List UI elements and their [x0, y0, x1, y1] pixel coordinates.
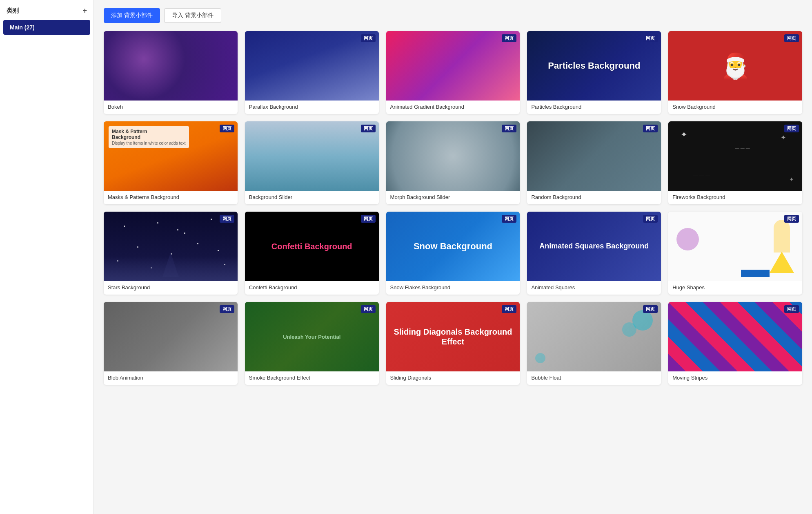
widget-card-blob[interactable]: 网页 Blob Animation — [104, 302, 238, 385]
web-badge: 网页 — [220, 125, 234, 132]
web-badge: 网页 — [220, 305, 234, 313]
widget-label-confetti: Confetti Background — [245, 281, 379, 295]
web-badge: 网页 — [502, 215, 516, 223]
widget-card-bg-slider[interactable]: 网页 Background Slider — [245, 121, 379, 204]
widget-card-smoke[interactable]: Unleash Your Potential 网页 Smoke Backgrou… — [245, 302, 379, 385]
web-badge: 网页 — [784, 125, 799, 132]
web-badge: 网页 — [643, 215, 658, 223]
widget-card-moving-stripes[interactable]: 网页 Moving Stripes — [668, 302, 802, 385]
widget-label-bubble-float: Bubble Float — [527, 371, 661, 385]
widget-label-parallax: Parallax Background — [245, 101, 379, 114]
widget-label-huge-shapes: Huge Shapes — [668, 281, 802, 295]
widget-thumb-smoke: Unleash Your Potential 网页 — [245, 302, 379, 371]
web-badge: 网页 — [220, 215, 234, 223]
widget-thumb-fireworks: ✦ ✦ — — — — — — ✦ 网页 — [668, 121, 802, 191]
widget-thumb-confetti: Confetti Background 网页 — [245, 212, 379, 281]
widget-card-particles[interactable]: Particles Background 网页 Particles Backgr… — [527, 31, 661, 114]
widget-card-bokeh[interactable]: Bokeh — [104, 31, 238, 114]
widget-card-random[interactable]: 网页 Random Background — [527, 121, 661, 204]
import-widget-button[interactable]: 导入 背景小部件 — [164, 8, 221, 23]
widget-card-fireworks[interactable]: ✦ ✦ — — — — — — ✦ 网页 Fireworks Backgroun… — [668, 121, 802, 204]
widget-label-animated-gradient: Animated Gradient Background — [386, 101, 520, 114]
widget-label-random: Random Background — [527, 191, 661, 204]
sidebar-header: 类别 + — [0, 7, 93, 20]
widget-thumb-mask-pattern: Mask & Pattern Background Display the it… — [104, 121, 238, 191]
widget-label-blob: Blob Animation — [104, 371, 238, 385]
sidebar: 类别 + Main (27) — [0, 0, 94, 514]
web-badge: 网页 — [784, 34, 799, 42]
widget-thumb-bubble-float: 网页 — [527, 302, 661, 371]
widget-thumb-random: 网页 — [527, 121, 661, 191]
widget-grid: Bokeh 网页 Parallax Background 网页 Animated… — [104, 31, 802, 385]
widget-thumb-morph-slider: 网页 — [386, 121, 520, 191]
widget-thumb-particles: Particles Background 网页 — [527, 31, 661, 101]
widget-card-snowflakes[interactable]: Snow Background 网页 Snow Flakes Backgroun… — [386, 212, 520, 295]
web-badge: 网页 — [361, 34, 376, 42]
sidebar-item-main[interactable]: Main (27) — [3, 20, 90, 35]
widget-label-smoke: Smoke Background Effect — [245, 371, 379, 385]
widget-label-mask-pattern: Masks & Patterns Background — [104, 191, 238, 204]
widget-label-morph-slider: Morph Background Slider — [386, 191, 520, 204]
widget-card-snow[interactable]: 🎅 网页 Snow Background — [668, 31, 802, 114]
widget-label-snow: Snow Background — [668, 101, 802, 114]
widget-label-particles: Particles Background — [527, 101, 661, 114]
widget-card-bubble-float[interactable]: 网页 Bubble Float — [527, 302, 661, 385]
web-badge: 网页 — [502, 125, 516, 132]
widget-thumb-parallax: 网页 — [245, 31, 379, 101]
widget-card-huge-shapes[interactable]: 网页 Huge Shapes — [668, 212, 802, 295]
web-badge: 网页 — [361, 305, 376, 313]
web-badge: 网页 — [784, 305, 799, 313]
widget-label-bg-slider: Background Slider — [245, 191, 379, 204]
widget-card-stars[interactable]: 网页 Stars Background — [104, 212, 238, 295]
widget-card-animated-gradient[interactable]: 网页 Animated Gradient Background — [386, 31, 520, 114]
widget-thumb-stars: 网页 — [104, 212, 238, 281]
web-badge: 网页 — [643, 305, 658, 313]
sidebar-add-icon[interactable]: + — [82, 7, 87, 15]
widget-thumb-huge-shapes: 网页 — [668, 212, 802, 281]
widget-thumb-moving-stripes: 网页 — [668, 302, 802, 371]
widget-thumb-bg-slider: 网页 — [245, 121, 379, 191]
widget-label-stars: Stars Background — [104, 281, 238, 295]
widget-card-confetti[interactable]: Confetti Background 网页 Confetti Backgrou… — [245, 212, 379, 295]
widget-card-animated-squares[interactable]: Animated Squares Background 网页 Animated … — [527, 212, 661, 295]
web-badge: 网页 — [361, 215, 376, 223]
widget-card-mask-pattern[interactable]: Mask & Pattern Background Display the it… — [104, 121, 238, 204]
widget-card-sliding-diagonals[interactable]: Sliding Diagonals Background Effect 网页 S… — [386, 302, 520, 385]
sidebar-title: 类别 — [7, 7, 19, 15]
add-widget-button[interactable]: 添加 背景小部件 — [104, 8, 160, 23]
web-badge: 网页 — [502, 305, 516, 313]
web-badge: 网页 — [643, 34, 658, 42]
widget-label-bokeh: Bokeh — [104, 101, 238, 114]
web-badge: 网页 — [643, 125, 658, 132]
widget-thumb-blob: 网页 — [104, 302, 238, 371]
web-badge: 网页 — [784, 215, 799, 223]
widget-thumb-snowflakes: Snow Background 网页 — [386, 212, 520, 281]
widget-thumb-snow: 🎅 网页 — [668, 31, 802, 101]
main-content: 添加 背景小部件 导入 背景小部件 Bokeh 网页 Parallax Back… — [94, 0, 812, 514]
widget-thumb-animated-gradient: 网页 — [386, 31, 520, 101]
web-badge: 网页 — [361, 125, 376, 132]
widget-thumb-sliding-diagonals: Sliding Diagonals Background Effect 网页 — [386, 302, 520, 371]
widget-label-fireworks: Fireworks Background — [668, 191, 802, 204]
widget-label-moving-stripes: Moving Stripes — [668, 371, 802, 385]
widget-card-parallax[interactable]: 网页 Parallax Background — [245, 31, 379, 114]
web-badge: 网页 — [502, 34, 516, 42]
toolbar: 添加 背景小部件 导入 背景小部件 — [104, 8, 802, 23]
widget-card-morph-slider[interactable]: 网页 Morph Background Slider — [386, 121, 520, 204]
widget-thumb-animated-squares: Animated Squares Background 网页 — [527, 212, 661, 281]
widget-label-animated-squares: Animated Squares — [527, 281, 661, 295]
widget-label-sliding-diagonals: Sliding Diagonals — [386, 371, 520, 385]
widget-thumb-bokeh — [104, 31, 238, 101]
widget-label-snowflakes: Snow Flakes Background — [386, 281, 520, 295]
